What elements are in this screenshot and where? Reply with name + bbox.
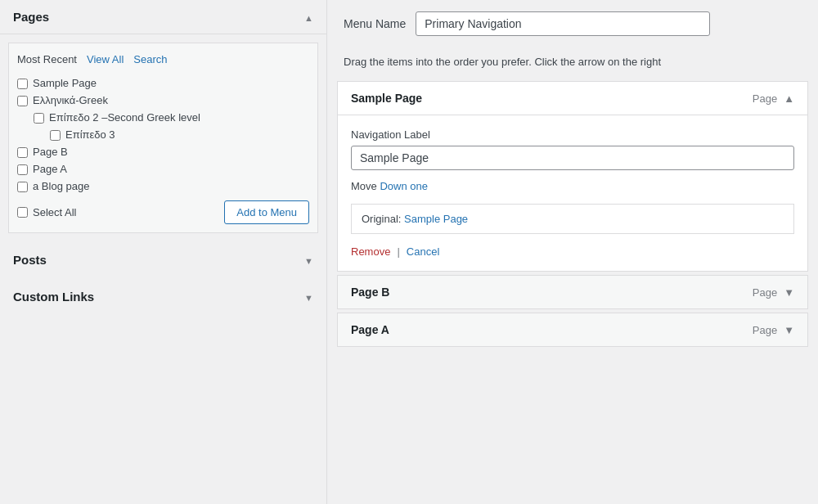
move-down-one-link[interactable]: Down one [380, 180, 428, 192]
list-item: Ελληνικά-Greek [17, 94, 309, 106]
menu-name-label: Menu Name [344, 17, 406, 30]
menu-item-sample-page-body: Navigation Label Move Down one Original:… [338, 115, 807, 271]
select-all-checkbox[interactable] [17, 207, 28, 218]
page-checkbox-level2[interactable] [34, 113, 44, 124]
pages-tabs: Most Recent View All Search [17, 52, 309, 67]
tab-most-recent[interactable]: Most Recent [17, 52, 77, 67]
menu-item-page-b: Page B Page ▼ [337, 275, 808, 309]
page-label: a Blog page [33, 180, 89, 192]
menu-item-sample-page-title: Sample Page [351, 92, 422, 105]
menu-item-page-b-header[interactable]: Page B Page ▼ [338, 276, 807, 308]
page-label: Επίπεδο 2 –Second Greek level [49, 111, 200, 124]
menu-item-sample-page-type: Page ▲ [753, 92, 794, 105]
menu-item-page-b-type: Page ▼ [753, 286, 794, 299]
menu-item-page-a-title: Page A [351, 323, 389, 336]
menu-item-type-label: Page [753, 92, 777, 105]
menu-name-input[interactable] [416, 11, 710, 36]
page-checkbox-greek[interactable] [17, 96, 28, 106]
menu-item-page-b-title: Page B [351, 286, 389, 299]
list-item: Sample Page [17, 77, 309, 89]
page-label: Sample Page [33, 77, 97, 89]
instructions-text: Drag the items into the order you prefer… [327, 47, 818, 81]
right-panel: Menu Name Drag the items into the order … [327, 0, 818, 504]
original-page-link[interactable]: Sample Page [404, 213, 468, 225]
original-label: Original: [362, 213, 401, 225]
cancel-link[interactable]: Cancel [407, 245, 439, 258]
action-row: Remove | Cancel [351, 245, 794, 258]
pages-section-header[interactable]: Pages [0, 0, 326, 34]
page-checkbox-level3[interactable] [50, 130, 61, 141]
menu-item-page-a-type: Page ▼ [753, 324, 794, 336]
menu-item-type-label: Page [753, 286, 777, 299]
list-item: a Blog page [17, 180, 309, 192]
pages-section-title: Pages [13, 10, 49, 24]
pages-content: Most Recent View All Search Sample Page … [8, 43, 318, 233]
menu-item-sample-page: Sample Page Page ▲ Navigation Label Move… [337, 81, 808, 272]
remove-link[interactable]: Remove [351, 245, 390, 258]
page-checkbox-blog[interactable] [17, 182, 28, 192]
posts-section-title: Posts [13, 253, 47, 267]
tab-search[interactable]: Search [133, 52, 167, 67]
nav-label-text: Navigation Label [351, 128, 794, 141]
menu-item-page-a: Page A Page ▼ [337, 313, 808, 347]
nav-label-input[interactable] [351, 146, 794, 170]
page-label: Page B [33, 146, 68, 158]
list-item: Επίπεδο 2 –Second Greek level [17, 111, 309, 124]
list-item: Page A [17, 163, 309, 175]
menu-item-page-a-header[interactable]: Page A Page ▼ [338, 313, 807, 346]
add-to-menu-button[interactable]: Add to Menu [224, 200, 309, 224]
chevron-down-icon: ▼ [784, 324, 794, 336]
page-checkbox-page-a[interactable] [17, 164, 28, 175]
menu-items-list: Sample Page Page ▲ Navigation Label Move… [327, 81, 818, 347]
chevron-down-icon: ▼ [784, 286, 794, 299]
select-all-label: Select All [33, 206, 76, 218]
custom-links-chevron-down-icon [304, 290, 313, 304]
page-label: Page A [33, 163, 67, 175]
posts-section-header[interactable]: Posts [0, 241, 326, 278]
pages-chevron-up-icon [304, 11, 313, 24]
original-row: Original: Sample Page [351, 204, 794, 234]
menu-item-type-label: Page [753, 324, 777, 336]
page-checkbox-sample[interactable] [17, 79, 28, 89]
custom-links-section-title: Custom Links [13, 290, 94, 304]
move-label: Move [351, 180, 377, 192]
left-panel: Pages Most Recent View All Search Sample… [0, 0, 327, 504]
action-separator: | [397, 245, 399, 258]
tab-view-all[interactable]: View All [87, 52, 124, 67]
posts-chevron-down-icon [304, 254, 313, 267]
custom-links-section-header[interactable]: Custom Links [0, 278, 326, 315]
page-label: Επίπεδο 3 [65, 128, 115, 141]
page-label: Ελληνικά-Greek [33, 94, 108, 106]
list-item: Επίπεδο 3 [17, 128, 309, 141]
list-item: Page B [17, 146, 309, 158]
move-row: Move Down one [351, 180, 794, 192]
chevron-up-icon: ▲ [784, 92, 794, 105]
select-all-row: Select All [17, 206, 76, 218]
page-checkbox-page-b[interactable] [17, 147, 28, 158]
menu-item-sample-page-header[interactable]: Sample Page Page ▲ [338, 82, 807, 115]
pages-list: Sample Page Ελληνικά-Greek Επίπεδο 2 –Se… [17, 77, 309, 192]
menu-name-row: Menu Name [327, 0, 818, 47]
pages-footer: Select All Add to Menu [17, 200, 309, 224]
